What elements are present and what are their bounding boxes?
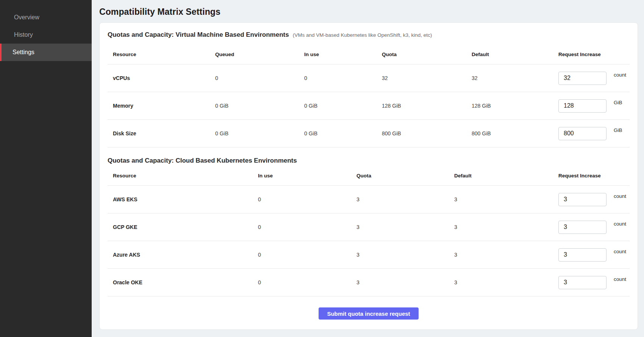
vm-section-title: Quotas and Capacity: Virtual Machine Bas… <box>108 31 289 39</box>
in-use-value: 0 GiB <box>304 103 382 109</box>
page-title: Compatibility Matrix Settings <box>99 7 638 17</box>
submit-row: Submit quota increase request <box>108 307 630 320</box>
column-header-in-use: In use <box>258 173 356 179</box>
quota-value: 3 <box>356 279 454 285</box>
default-value: 3 <box>454 224 558 230</box>
column-header-quota: Quota <box>382 52 472 57</box>
sidebar-item-label: Settings <box>13 49 34 56</box>
queued-value: 0 GiB <box>215 130 304 136</box>
in-use-value: 0 <box>304 75 382 81</box>
main-content: Compatibility Matrix Settings Quotas and… <box>92 0 644 337</box>
vm-table-header: Resource Queued In use Quota Default Req… <box>108 45 630 64</box>
vm-section-subtitle: (VMs and VM-based Kubernetes like OpenSh… <box>293 32 432 38</box>
table-row-disk-size: Disk Size 0 GiB 0 GiB 800 GiB 800 GiB Gi… <box>108 120 630 147</box>
sidebar-item-history[interactable]: History <box>0 26 92 44</box>
azure-aks-request-input[interactable] <box>558 248 606 262</box>
default-value: 32 <box>472 75 558 81</box>
resource-label: AWS EKS <box>113 196 258 202</box>
sidebar-item-label: Overview <box>14 14 39 21</box>
request-increase-cell: count <box>558 248 629 262</box>
oracle-oke-request-input[interactable] <box>558 276 606 289</box>
settings-card: Quotas and Capacity: Virtual Machine Bas… <box>99 22 638 330</box>
in-use-value: 0 <box>258 279 356 285</box>
column-header-request-increase: Request Increase <box>558 173 629 179</box>
default-value: 128 GiB <box>472 103 558 109</box>
table-row-vcpus: vCPUs 0 0 32 32 count <box>108 64 630 92</box>
queued-value: 0 GiB <box>215 103 304 109</box>
in-use-value: 0 GiB <box>304 130 382 136</box>
table-row-azure-aks: Azure AKS 0 3 3 count <box>108 241 630 269</box>
sidebar: Overview History Settings <box>0 0 92 337</box>
request-increase-cell: GiB <box>558 99 629 113</box>
resource-label: Memory <box>113 103 215 109</box>
unit-label: count <box>614 276 626 282</box>
table-row-oracle-oke: Oracle OKE 0 3 3 count <box>108 269 630 296</box>
cloud-section-title: Quotas and Capacity: Cloud Based Kuberne… <box>108 157 297 165</box>
resource-label: Azure AKS <box>113 252 258 258</box>
quota-value: 3 <box>356 252 454 258</box>
request-increase-cell: count <box>558 72 629 85</box>
column-header-default: Default <box>472 52 558 57</box>
column-header-quota: Quota <box>356 173 454 179</box>
column-header-in-use: In use <box>304 52 382 57</box>
in-use-value: 0 <box>258 252 356 258</box>
memory-request-input[interactable] <box>558 99 606 113</box>
unit-label: count <box>614 249 626 254</box>
unit-label: count <box>614 221 626 227</box>
disk-size-request-input[interactable] <box>558 127 606 140</box>
column-header-queued: Queued <box>215 52 304 57</box>
resource-label: GCP GKE <box>113 224 258 230</box>
resource-label: Oracle OKE <box>113 279 258 285</box>
cloud-section-heading: Quotas and Capacity: Cloud Based Kuberne… <box>108 157 630 165</box>
default-value: 800 GiB <box>472 130 558 136</box>
submit-quota-increase-button[interactable]: Submit quota increase request <box>319 307 418 320</box>
sidebar-item-settings[interactable]: Settings <box>0 44 92 61</box>
unit-label: count <box>614 193 626 199</box>
quota-value: 32 <box>382 75 472 81</box>
in-use-value: 0 <box>258 196 356 202</box>
column-header-resource: Resource <box>113 52 215 57</box>
request-increase-cell: count <box>558 276 629 289</box>
request-increase-cell: count <box>558 193 629 206</box>
column-header-resource: Resource <box>113 173 258 179</box>
gcp-gke-request-input[interactable] <box>558 221 606 234</box>
request-increase-cell: count <box>558 221 629 234</box>
column-header-request-increase: Request Increase <box>558 52 629 57</box>
column-header-default: Default <box>454 173 558 179</box>
unit-label: GiB <box>614 127 622 133</box>
resource-label: Disk Size <box>113 130 215 136</box>
request-increase-cell: GiB <box>558 127 629 140</box>
quota-value: 3 <box>356 196 454 202</box>
queued-value: 0 <box>215 75 304 81</box>
default-value: 3 <box>454 252 558 258</box>
table-row-gcp-gke: GCP GKE 0 3 3 count <box>108 213 630 241</box>
quota-value: 3 <box>356 224 454 230</box>
table-row-memory: Memory 0 GiB 0 GiB 128 GiB 128 GiB GiB <box>108 92 630 120</box>
unit-label: GiB <box>614 100 622 105</box>
quota-value: 128 GiB <box>382 103 472 109</box>
quota-value: 800 GiB <box>382 130 472 136</box>
sidebar-item-label: History <box>14 31 33 38</box>
default-value: 3 <box>454 196 558 202</box>
resource-label: vCPUs <box>113 75 215 81</box>
aws-eks-request-input[interactable] <box>558 193 606 206</box>
in-use-value: 0 <box>258 224 356 230</box>
vm-section-heading: Quotas and Capacity: Virtual Machine Bas… <box>108 31 630 39</box>
vcpus-request-input[interactable] <box>558 72 606 85</box>
cloud-table-header: Resource In use Quota Default Request In… <box>108 166 630 186</box>
sidebar-item-overview[interactable]: Overview <box>0 9 92 26</box>
table-row-aws-eks: AWS EKS 0 3 3 count <box>108 186 630 213</box>
default-value: 3 <box>454 279 558 285</box>
unit-label: count <box>614 72 626 78</box>
